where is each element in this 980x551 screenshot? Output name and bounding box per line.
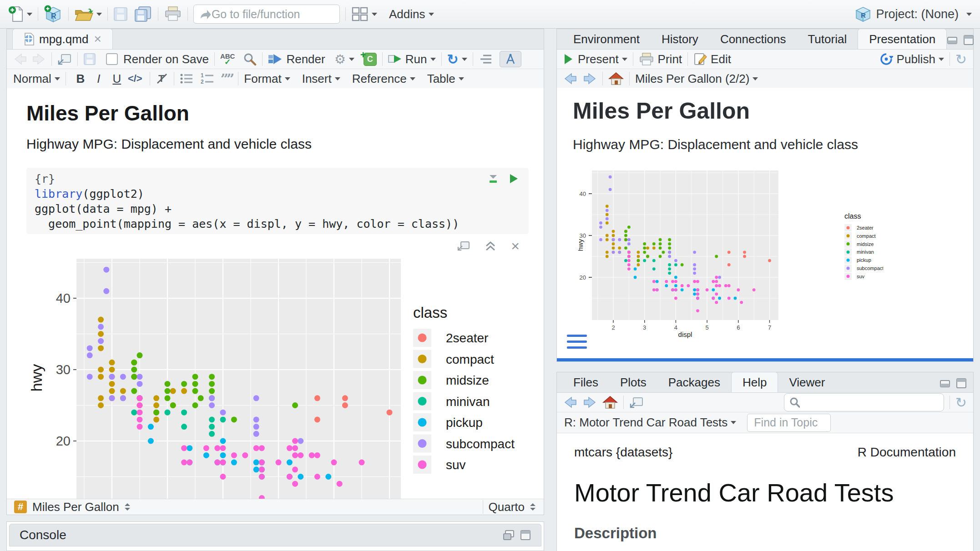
present-button[interactable]: Present (563, 52, 627, 66)
tab-viewer[interactable]: Viewer (778, 372, 836, 392)
maximize-pane-icon[interactable] (956, 378, 967, 389)
r-code-chunk[interactable]: {r}library(ggplot2)ggplot(data = mpg) + … (26, 168, 529, 234)
paragraph-style-menu[interactable]: Normal (13, 72, 60, 86)
render-on-save-checkbox[interactable] (106, 53, 118, 65)
render-button[interactable]: Render (268, 52, 325, 66)
show-in-new-window-button[interactable] (57, 53, 72, 65)
code-line[interactable]: library(ggplot2) (35, 186, 529, 201)
save-button[interactable] (113, 7, 128, 21)
clear-output-icon[interactable]: × (511, 241, 520, 250)
open-recent-caret[interactable] (96, 13, 102, 16)
tab-packages[interactable]: Packages (657, 372, 731, 392)
minimize-pane-icon[interactable] (947, 35, 959, 45)
help-topic-menu[interactable]: R: Motor Trend Car Road Tests (564, 416, 736, 430)
addins-caret[interactable] (429, 13, 434, 16)
section-stepper-icon[interactable] (124, 503, 131, 511)
console-header[interactable]: Console (9, 524, 541, 546)
insert-chunk-button[interactable]: C + (364, 53, 377, 66)
code-line[interactable]: ggplot(data = mpg) + (35, 201, 529, 216)
edit-presentation-button[interactable]: Edit (693, 52, 731, 66)
tab-help[interactable]: Help (731, 372, 778, 392)
go-to-file-input[interactable] (211, 7, 335, 21)
help-popout-button[interactable] (629, 396, 644, 409)
publish-caret[interactable] (939, 58, 944, 61)
maximize-pane-icon[interactable] (963, 35, 974, 45)
find-in-topic-box[interactable] (747, 414, 831, 432)
run-chunks-above-button[interactable] (488, 173, 499, 184)
numbered-list-button[interactable]: 12 (201, 73, 214, 85)
tab-environment[interactable]: Environment (562, 29, 651, 49)
addins-menu[interactable]: Addins (389, 7, 425, 21)
underline-button[interactable]: U (108, 72, 126, 86)
open-file-button[interactable] (74, 6, 93, 22)
status-section-label[interactable]: Miles Per Gallon (32, 500, 119, 514)
help-back-button[interactable] (563, 396, 578, 409)
project-caret[interactable] (966, 13, 972, 16)
format-menu[interactable]: Format (244, 72, 290, 86)
slide-location-menu[interactable]: Miles Per Gallon (2/2) (635, 72, 758, 86)
bold-button[interactable]: B (71, 72, 90, 86)
code-button[interactable]: </> (126, 73, 144, 85)
go-to-file-box[interactable] (193, 5, 340, 24)
tab-files[interactable]: Files (562, 372, 609, 392)
bullet-list-button[interactable] (180, 73, 193, 85)
blockquote-button[interactable]: ”” (221, 71, 233, 87)
italic-button[interactable]: I (90, 72, 108, 86)
insert-menu[interactable]: Insert (302, 72, 340, 86)
code-line[interactable]: {r} (35, 171, 529, 186)
render-settings-caret[interactable] (349, 58, 354, 61)
render-settings-gear-icon[interactable]: ⚙ (334, 52, 346, 67)
print-button[interactable] (164, 6, 182, 22)
slide-menu-hamburger-icon[interactable] (567, 335, 587, 349)
rerun-caret[interactable] (462, 58, 467, 61)
tab-connections[interactable]: Connections (709, 29, 797, 49)
minimize-pane-icon[interactable] (940, 378, 951, 389)
spellcheck-button[interactable]: ABC✓ (220, 53, 235, 65)
save-document-button[interactable] (83, 53, 96, 65)
visual-editor-toggle[interactable] (500, 51, 521, 67)
slides-home-button[interactable] (608, 72, 624, 85)
save-all-button[interactable] (134, 6, 152, 22)
mode-stepper-icon[interactable] (529, 503, 536, 511)
find-replace-button[interactable] (243, 52, 257, 66)
new-file-button[interactable] (8, 5, 24, 23)
present-caret[interactable] (622, 58, 627, 61)
rerun-icon[interactable]: ↻ (447, 51, 459, 67)
new-file-dropdown-caret[interactable] (27, 13, 32, 16)
clear-formatting-button[interactable]: T (156, 73, 168, 85)
help-refresh-icon[interactable]: ↻ (955, 395, 967, 411)
help-forward-button[interactable] (582, 396, 597, 409)
run-chunk-button[interactable] (509, 173, 519, 184)
tab-plots[interactable]: Plots (609, 372, 657, 392)
pane-resize-highlight[interactable] (557, 358, 973, 361)
restore-pane-icon[interactable] (503, 530, 515, 541)
tab-tutorial[interactable]: Tutorial (797, 29, 858, 49)
find-in-topic-input[interactable] (748, 416, 830, 429)
tab-history[interactable]: History (651, 29, 709, 49)
collapse-output-button[interactable] (485, 240, 496, 251)
refresh-icon[interactable]: ↻ (955, 51, 967, 67)
print-presentation-button[interactable]: Print (639, 52, 682, 66)
workspace-panes-button[interactable] (351, 6, 369, 22)
slide-forward-button[interactable] (582, 72, 597, 85)
run-caret[interactable] (430, 58, 436, 61)
new-project-button[interactable]: R (44, 5, 63, 24)
publish-button[interactable]: Publish (879, 52, 944, 66)
run-button[interactable]: Run (388, 52, 427, 66)
close-tab-icon[interactable]: × (94, 32, 101, 46)
help-search-input[interactable] (800, 396, 939, 409)
reference-menu[interactable]: Reference (352, 72, 415, 86)
output-popout-button[interactable] (457, 240, 470, 251)
maximize-pane-icon[interactable] (520, 530, 531, 541)
editor-tab-mpg-qmd[interactable]: mpg.qmd × (12, 29, 113, 49)
tab-presentation[interactable]: Presentation (858, 29, 947, 49)
table-menu[interactable]: Table (427, 72, 464, 86)
slide-back-button[interactable] (563, 72, 578, 85)
forward-button[interactable] (31, 53, 46, 65)
help-search-box[interactable] (784, 393, 944, 411)
help-home-button[interactable] (602, 396, 618, 409)
code-line[interactable]: geom_point(mapping = aes(x = displ, y = … (35, 216, 529, 231)
panes-dropdown-caret[interactable] (372, 13, 377, 16)
project-menu[interactable]: R Project: (None) (855, 6, 972, 22)
back-button[interactable] (13, 53, 28, 65)
